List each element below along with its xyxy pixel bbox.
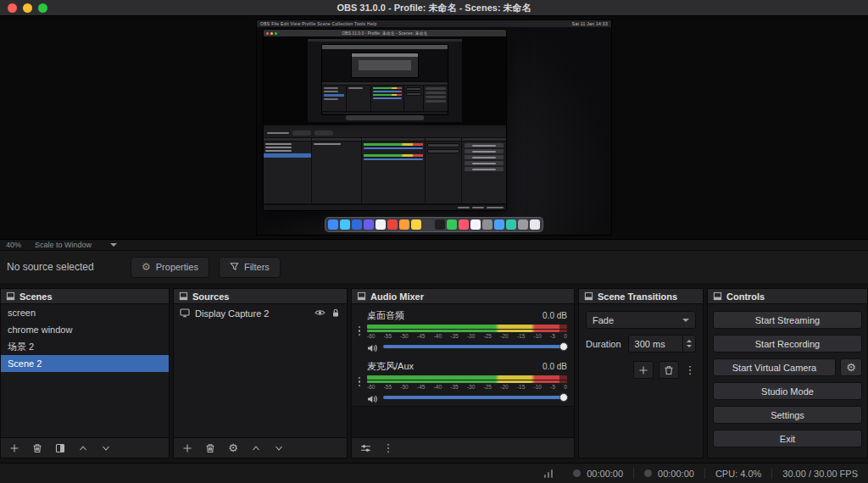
scenes-panel-header[interactable]: Scenes xyxy=(1,289,169,304)
volume-meter-right xyxy=(367,330,567,332)
dock-icon xyxy=(179,291,188,301)
captured-window-title: OBS 31.0.0 - Profile: 未命名 - Scenes: 未命名 xyxy=(264,31,506,36)
volume-slider-handle[interactable] xyxy=(559,393,568,402)
captured-obs-preview xyxy=(264,36,506,125)
scale-mode-dropdown[interactable]: Scale to Window xyxy=(35,240,117,250)
captured-traffic-lights xyxy=(266,32,277,35)
preview-scale-bar: 40% Scale to Window xyxy=(0,239,868,250)
scenes-panel: Scenes screen chrome window 场景 2 Scene 2 xyxy=(0,288,170,458)
start-recording-button[interactable]: Start Recording xyxy=(713,335,862,353)
sources-panel-header[interactable]: Sources xyxy=(174,289,347,304)
dock-app-icon xyxy=(352,219,362,230)
spin-up-icon[interactable] xyxy=(687,337,692,342)
add-source-button[interactable] xyxy=(181,442,193,454)
sources-list: Display Capture 2 xyxy=(174,304,347,437)
start-streaming-button[interactable]: Start Streaming xyxy=(713,311,862,329)
source-lock-icon[interactable] xyxy=(331,308,341,319)
close-window-button[interactable] xyxy=(8,3,17,13)
source-properties-gear-icon[interactable]: ⚙ xyxy=(227,442,239,454)
advanced-audio-icon[interactable] xyxy=(359,442,371,454)
mixer-item-menu-icon[interactable] xyxy=(356,309,363,353)
dock-app-icon xyxy=(376,219,386,230)
captured-obs-docks xyxy=(264,137,506,204)
properties-button[interactable]: ⚙ Properties xyxy=(131,257,209,278)
exit-button[interactable]: Exit xyxy=(713,430,862,447)
source-toolbar: No source selected ⚙ Properties Filters xyxy=(0,250,868,283)
mixer-item-menu-icon[interactable] xyxy=(356,360,363,403)
remove-transition-button[interactable] xyxy=(659,361,679,379)
volume-slider-handle[interactable] xyxy=(559,342,568,351)
virtual-camera-config-button[interactable]: ⚙ xyxy=(840,358,862,376)
scene-item[interactable]: screen xyxy=(1,304,169,321)
scene-item[interactable]: 场景 2 xyxy=(1,338,169,355)
spin-down-icon[interactable] xyxy=(687,345,692,350)
transition-properties-kebab-icon[interactable]: ⋮ xyxy=(684,364,696,376)
mute-speaker-icon[interactable] xyxy=(367,392,378,402)
mixer-channel-name: 麦克风/Aux xyxy=(367,360,414,373)
add-transition-button[interactable] xyxy=(633,361,654,379)
captured-menubar: OBS File Edit View Profile Scene Collect… xyxy=(257,20,611,27)
panel-title: Controls xyxy=(726,291,765,302)
minimize-window-button[interactable] xyxy=(23,3,32,13)
mute-speaker-icon[interactable] xyxy=(367,341,378,352)
streaming-indicator-dot xyxy=(644,469,652,477)
studio-mode-button[interactable]: Studio Mode xyxy=(713,382,862,400)
titlebar: OBS 31.0.0 - Profile: 未命名 - Scenes: 未命名 xyxy=(0,0,868,16)
dock-app-icon xyxy=(435,219,445,230)
gear-icon: ⚙ xyxy=(846,362,856,373)
remove-source-button[interactable] xyxy=(204,442,216,454)
mixer-channel-level: 0.0 dB xyxy=(542,311,567,320)
selected-source-status: No source selected xyxy=(7,261,131,273)
scene-transitions-panel: Scene Transitions Fade Duration 300 ms xyxy=(578,288,704,458)
scene-filters-button[interactable] xyxy=(54,442,66,454)
signal-bars-icon xyxy=(544,469,554,478)
dock-app-icon xyxy=(364,219,374,230)
zoom-window-button[interactable] xyxy=(38,3,47,13)
captured-nested-obs-window xyxy=(321,44,448,115)
dock-app-icon xyxy=(328,219,338,230)
remove-scene-button[interactable] xyxy=(31,442,43,454)
transitions-body: Fade Duration 300 ms ⋮ xyxy=(579,304,703,386)
source-item[interactable]: Display Capture 2 xyxy=(174,304,347,323)
window-title: OBS 31.0.0 - Profile: 未命名 - Scenes: 未命名 xyxy=(0,2,868,14)
settings-button[interactable]: Settings xyxy=(713,406,862,424)
move-source-down-button[interactable] xyxy=(273,442,285,454)
mixer-empty-area xyxy=(352,406,574,437)
obs-main-window: OBS 31.0.0 - Profile: 未命名 - Scenes: 未命名 … xyxy=(0,0,868,483)
duration-spinner[interactable]: 300 ms xyxy=(628,335,696,353)
start-virtual-camera-button[interactable]: Start Virtual Camera xyxy=(713,358,836,376)
move-scene-down-button[interactable] xyxy=(100,442,112,454)
audio-mixer-panel: Audio Mixer 桌面音频 0.0 dB -60-55-50-45-40-… xyxy=(351,288,575,458)
filters-button[interactable]: Filters xyxy=(219,257,281,278)
transitions-panel-header[interactable]: Scene Transitions xyxy=(579,289,703,304)
fps-counter: 30.00 / 30.00 FPS xyxy=(782,469,858,479)
recording-timer: 00:00:00 xyxy=(587,469,623,479)
scenes-toolbar xyxy=(1,437,169,458)
preview-canvas[interactable]: OBS File Edit View Profile Scene Collect… xyxy=(0,16,868,239)
sources-panel: Sources Display Capture 2 ⚙ xyxy=(173,288,348,458)
scene-item-selected[interactable]: Scene 2 xyxy=(1,355,169,372)
mixer-toolbar: ⋮ xyxy=(352,437,574,458)
volume-slider[interactable] xyxy=(383,396,567,399)
dock-icon xyxy=(584,291,593,301)
volume-slider[interactable] xyxy=(383,345,567,348)
meter-scale: -60-55-50-45-40-35-30-25-20-15-10-50 xyxy=(367,384,567,390)
chevron-down-icon xyxy=(110,243,117,250)
scene-item[interactable]: chrome window xyxy=(1,321,169,338)
transition-select[interactable]: Fade xyxy=(586,311,696,329)
mixer-panel-header[interactable]: Audio Mixer xyxy=(352,289,574,304)
chevron-down-icon xyxy=(682,319,689,325)
source-visibility-eye-icon[interactable] xyxy=(314,308,326,319)
move-scene-up-button[interactable] xyxy=(77,442,89,454)
captured-desktop-image: OBS File Edit View Profile Scene Collect… xyxy=(256,19,612,236)
spinner-arrows[interactable] xyxy=(682,336,695,352)
controls-panel-header[interactable]: Controls xyxy=(708,289,867,304)
volume-meter-left xyxy=(367,375,567,380)
dock-app-icon xyxy=(399,219,409,230)
move-source-up-button[interactable] xyxy=(250,442,262,454)
add-scene-button[interactable] xyxy=(8,442,20,454)
recording-indicator-dot xyxy=(573,469,581,477)
mixer-menu-kebab-icon[interactable]: ⋮ xyxy=(382,442,394,454)
panel-title: Scene Transitions xyxy=(598,291,677,302)
dock-app-icon xyxy=(447,219,457,230)
